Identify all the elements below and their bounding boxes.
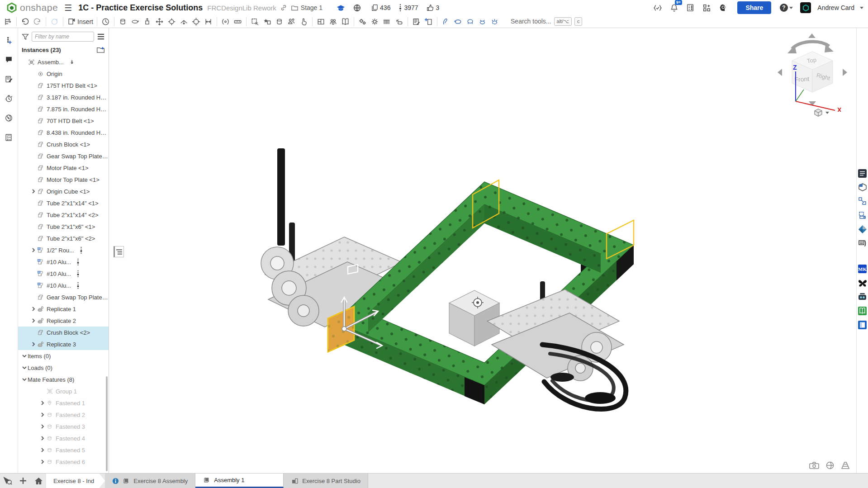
mate-button[interactable] <box>117 16 129 28</box>
feature-list-app-button[interactable] <box>858 168 868 178</box>
measure-button[interactable] <box>232 16 244 28</box>
structure-flyout-button[interactable] <box>114 246 124 257</box>
revert-box-button[interactable] <box>393 16 405 28</box>
tab-exercise-8-part-studio[interactable]: Exercise 8 Part Studio <box>284 474 368 488</box>
mate-connector-button[interactable] <box>141 16 153 28</box>
funnel-icon[interactable] <box>22 33 29 40</box>
rotate-mate-button[interactable] <box>129 16 141 28</box>
home-tab-button[interactable] <box>31 474 46 488</box>
share-button[interactable]: Share <box>737 1 771 14</box>
tree-row[interactable]: 1/2" Rou... <box>18 244 109 256</box>
expand-chevron-icon[interactable] <box>21 365 28 370</box>
view-mode-dropdown[interactable] <box>814 109 829 117</box>
loop-blue-button[interactable] <box>464 16 476 28</box>
tree-row[interactable]: Group 1 <box>18 385 109 397</box>
curve-blue-button[interactable] <box>440 16 452 28</box>
edit-note-button[interactable] <box>3 73 15 85</box>
history-button[interactable] <box>100 16 112 28</box>
tree-row[interactable]: 3.187 in. Rounded Hex... <box>18 91 109 103</box>
named-views-button[interactable] <box>339 16 351 28</box>
insert-button[interactable]: Insert <box>66 16 95 28</box>
tree-row[interactable]: 7.875 in. Rounded Hex... <box>18 103 109 115</box>
avatar[interactable] <box>800 2 811 13</box>
orbit-blue-button[interactable] <box>452 16 464 28</box>
tree-row[interactable]: 175T HTD Belt <1> <box>18 80 109 91</box>
tree-row[interactable]: Motor Plate <1> <box>18 162 109 174</box>
frame-part-app-button[interactable] <box>858 210 868 220</box>
gear-pair-button[interactable] <box>356 16 369 28</box>
center-mate-button[interactable] <box>190 16 202 28</box>
panel-layout-button[interactable] <box>315 16 327 28</box>
tree-row[interactable]: Tube 2"x1"x14" <2> <box>18 209 109 221</box>
tree-row[interactable]: Motor Top Plate <1> <box>18 174 109 185</box>
apps-grid-icon[interactable] <box>700 2 713 14</box>
graphics-viewport[interactable]: Top Front Right Z X <box>109 28 856 473</box>
mk-app-button[interactable]: MK <box>858 264 868 274</box>
gem-app-button[interactable] <box>858 224 868 234</box>
tab-exercise-8-assembly[interactable]: Exercise 8 Assembly <box>105 474 195 488</box>
tree-row[interactable]: Origin Cube <1> <box>18 185 109 197</box>
people-share-button[interactable] <box>285 16 298 28</box>
config-people-button[interactable] <box>327 16 339 28</box>
drawing-new-button[interactable] <box>422 16 435 28</box>
favorites-part-button[interactable] <box>261 16 273 28</box>
tree-row[interactable]: Crush Block <2> <box>18 327 109 338</box>
pattern-dots-icon[interactable] <box>76 258 80 266</box>
tree-row[interactable]: Replicate 1 <box>18 303 109 315</box>
version-graph-button[interactable] <box>3 112 15 124</box>
tree-row[interactable]: Tube 2"x1"x6" <1> <box>18 221 109 232</box>
tree-row[interactable]: Replicate 3 <box>18 338 109 350</box>
stopwatch-button[interactable] <box>3 93 15 104</box>
expand-chevron-icon[interactable] <box>39 424 46 429</box>
zoom-search-icon[interactable] <box>0 474 15 488</box>
expand-chevron-icon[interactable] <box>30 318 37 323</box>
cut-list-button[interactable] <box>3 132 15 143</box>
workspace-chip[interactable]: Stage 1 <box>291 4 323 11</box>
blue-book-app-button[interactable] <box>858 320 868 330</box>
tree-row[interactable]: Fastened 6 <box>18 456 109 468</box>
butterfly-app-button[interactable] <box>858 278 868 288</box>
tree-row[interactable]: Fastened 4 <box>18 432 109 444</box>
pattern-dots-icon[interactable] <box>76 282 80 289</box>
tree-row[interactable]: Gear Swap Top Plate ... <box>18 150 109 162</box>
link-icon[interactable] <box>280 4 287 11</box>
tree-row[interactable]: Crush Block <1> <box>18 138 109 150</box>
tree-row[interactable]: Tube 2"x1"x6" <2> <box>18 232 109 244</box>
tree-section-loads[interactable]: Loads (0) <box>18 362 109 374</box>
assistant-icon[interactable] <box>716 2 729 14</box>
expand-chevron-icon[interactable] <box>39 436 46 441</box>
standoff-post[interactable] <box>277 148 285 246</box>
tree-section-items[interactable]: Items (0) <box>18 350 109 362</box>
tree-row[interactable]: #10 Alu... <box>18 280 109 291</box>
expand-chevron-icon[interactable] <box>30 342 37 346</box>
undo-button[interactable] <box>19 16 31 28</box>
expand-chevron-icon[interactable] <box>21 354 28 358</box>
fork-blue-button[interactable] <box>476 16 489 28</box>
help-menu[interactable]: ? <box>779 3 793 12</box>
rotate-all-button[interactable] <box>166 16 178 28</box>
mate-connector-add-button[interactable] <box>3 34 15 46</box>
tab-exercise-8-ind[interactable]: Exercise 8 - Ind <box>46 474 105 488</box>
expand-chevron-icon[interactable] <box>30 189 37 194</box>
pattern-dots-icon[interactable] <box>76 270 80 278</box>
expand-chevron-icon[interactable] <box>39 401 46 405</box>
tree-row[interactable]: #10 Alu... <box>18 268 109 280</box>
tree-row[interactable]: Fastened 3 <box>18 421 109 432</box>
snapshot-icon[interactable] <box>809 461 819 469</box>
add-tab-button[interactable] <box>15 474 31 488</box>
move-part-button[interactable] <box>153 16 166 28</box>
view-cube-body[interactable]: Top Front Right <box>792 52 833 92</box>
expand-chevron-icon[interactable] <box>21 377 28 382</box>
copies-stat[interactable]: 436 <box>371 4 390 11</box>
bell-icon[interactable]: 9+ <box>668 2 680 14</box>
expand-chevron-icon[interactable] <box>30 307 37 311</box>
linked-part-app-button[interactable] <box>858 196 868 206</box>
pattern-dots-icon[interactable] <box>80 246 83 254</box>
menu-icon[interactable]: ☰ <box>62 3 75 13</box>
translate-button[interactable] <box>178 16 190 28</box>
gear-button[interactable] <box>369 16 381 28</box>
likes-stat[interactable]: 3 <box>427 4 440 11</box>
filter-input[interactable] <box>32 32 94 42</box>
new-folder-icon[interactable] <box>96 46 105 53</box>
snap-mode-button[interactable] <box>219 16 232 28</box>
